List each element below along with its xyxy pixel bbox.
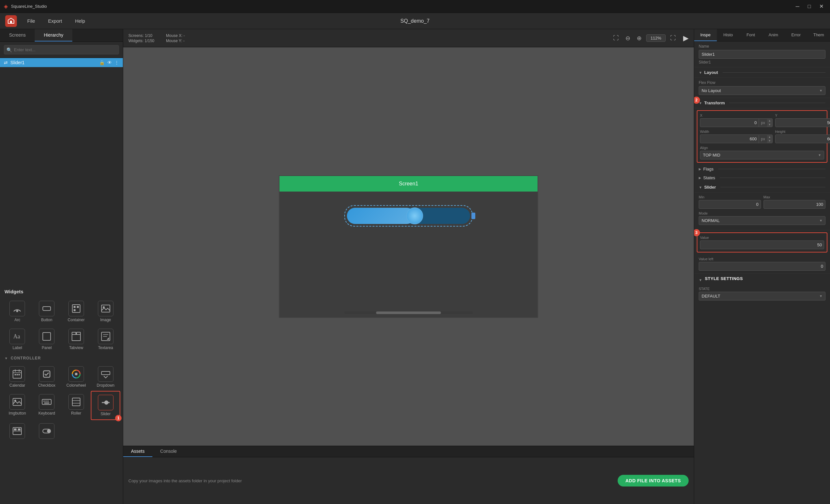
widget-spinbox[interactable] [3, 420, 32, 443]
layout-section-header[interactable]: ▼ Layout [694, 67, 830, 78]
title-bar: ◈ SquareLine_Studio ─ □ ✕ [0, 0, 830, 13]
widget-container[interactable]: Container [62, 298, 91, 326]
x-down-btn[interactable]: ▼ [767, 123, 772, 127]
close-button[interactable]: ✕ [817, 2, 826, 11]
tab-history[interactable]: Histo [717, 29, 739, 41]
canvas-scrollbar[interactable] [344, 311, 473, 314]
height-input[interactable] [775, 135, 830, 143]
min-input[interactable] [699, 200, 761, 208]
slider-thumb[interactable] [406, 207, 423, 224]
tab-font[interactable]: Font [739, 29, 762, 41]
menu-help[interactable]: Help [73, 17, 88, 25]
resize-handle[interactable] [471, 213, 475, 219]
slider-props-header[interactable]: ▼ Slider [694, 182, 830, 193]
y-input-row: px ▲ ▼ [775, 118, 830, 127]
arc-label: Arc [14, 317, 20, 322]
minimize-button[interactable]: ─ [793, 2, 802, 11]
widget-colorwheel[interactable]: Colorwheel [62, 363, 91, 391]
state-dropdown[interactable]: DEFAULT ▼ [699, 292, 826, 300]
name-input[interactable] [699, 50, 826, 59]
value-input[interactable] [700, 241, 824, 249]
x-unit: px [759, 119, 767, 127]
tab-screens[interactable]: Screens [0, 29, 35, 41]
widget-dropdown[interactable]: Dropdown [91, 363, 120, 391]
imgbutton-label: Imgbutton [9, 411, 26, 415]
y-input[interactable] [775, 119, 830, 127]
widget-tabview[interactable]: Tabview [62, 326, 91, 353]
panel-tabs: Screens Hierarchy [0, 29, 123, 42]
width-stepper[interactable]: ▲ ▼ [767, 135, 772, 143]
flags-row[interactable]: ▶ Flags [694, 165, 830, 173]
width-down-btn[interactable]: ▼ [767, 139, 772, 143]
slider-widget-container[interactable] [347, 208, 470, 224]
x-stepper[interactable]: ▲ ▼ [767, 119, 772, 127]
tab-hierarchy[interactable]: Hierarchy [35, 29, 72, 41]
layout-line [723, 72, 826, 73]
menu-file[interactable]: File [25, 17, 38, 25]
flex-flow-dropdown[interactable]: No Layout ▼ [699, 86, 826, 95]
widget-calendar[interactable]: Calendar [3, 363, 32, 391]
widget-roller[interactable]: Roller [62, 391, 91, 420]
mode-dropdown[interactable]: NORMAL ▼ [699, 216, 826, 225]
widget-imgbutton[interactable]: Imgbutton [3, 391, 32, 420]
zoom-out-button[interactable]: ⊖ [624, 33, 632, 43]
tab-error[interactable]: Error [785, 29, 807, 41]
zoom-display[interactable]: 112% [646, 34, 666, 42]
screen-body [280, 192, 538, 308]
screen-name: Screen1 [399, 181, 418, 187]
max-input[interactable] [764, 200, 826, 208]
visibility-icon[interactable]: 👁 [107, 60, 112, 65]
value-left-input[interactable] [699, 262, 825, 270]
more-icon[interactable]: ⋮ [115, 60, 119, 65]
widget-textarea[interactable]: Textarea [91, 326, 120, 353]
bottom-panel: Assets Console Copy your images into the… [123, 446, 694, 504]
widgets-title: Widgets [4, 289, 23, 294]
align-dropdown[interactable]: TOP MID ▼ [700, 151, 824, 160]
zoom-in-button[interactable]: ⊕ [635, 33, 644, 43]
spinbox-icon [9, 423, 25, 439]
tab-assets[interactable]: Assets [123, 446, 152, 457]
search-input[interactable] [4, 45, 119, 55]
max-field-group: Max [764, 195, 826, 209]
screenshot-button[interactable]: ⛶ [611, 33, 621, 43]
transform-section-header[interactable]: ▼ Transform [694, 98, 830, 108]
menu-export[interactable]: Export [45, 17, 65, 25]
widget-keyboard[interactable]: Keyboard [32, 391, 62, 420]
hierarchy-item-slider1[interactable]: ⇄ Slider1 🔒 👁 ⋮ [0, 58, 123, 67]
svg-rect-11 [43, 333, 51, 340]
widget-slider[interactable]: Slider 1 [91, 391, 120, 420]
x-up-btn[interactable]: ▲ [767, 119, 772, 123]
width-up-btn[interactable]: ▲ [767, 135, 772, 139]
add-file-button[interactable]: ADD FILE INTO ASSETS [618, 475, 689, 486]
label-icon: Aa [9, 329, 25, 344]
tab-inspect[interactable]: Inspe [694, 29, 717, 41]
hierarchy-item-label: Slider1 [10, 60, 97, 65]
tab-anim[interactable]: Anim [762, 29, 785, 41]
tab-theme[interactable]: Them [807, 29, 830, 41]
controller-label: CONTROLLER [11, 356, 41, 361]
widget-panel[interactable]: Panel [32, 326, 62, 353]
maximize-button[interactable]: □ [805, 2, 813, 11]
widget-checkbox[interactable]: Checkbox [32, 363, 62, 391]
flags-label: Flags [703, 167, 713, 171]
states-row[interactable]: ▶ States [694, 173, 830, 182]
widget-button[interactable]: Button [32, 298, 62, 326]
x-field-group: X px ▲ ▼ [700, 113, 773, 127]
tab-console[interactable]: Console [152, 446, 185, 457]
widget-arc[interactable]: Arc [3, 298, 32, 326]
slider-track[interactable] [347, 208, 470, 224]
widget-switch[interactable] [32, 420, 62, 443]
width-unit: px [759, 135, 767, 143]
width-input[interactable] [700, 135, 759, 143]
svg-rect-1 [10, 21, 12, 23]
play-button[interactable]: ▶ [683, 34, 689, 42]
lock-icon[interactable]: 🔒 [99, 60, 105, 65]
slider-props-title: Slider [704, 185, 716, 190]
fullscreen-button[interactable]: ⛶ [668, 33, 678, 43]
widget-image[interactable]: Image [91, 298, 120, 326]
width-label: Width [700, 130, 773, 134]
x-input[interactable] [700, 119, 759, 127]
svg-rect-14 [72, 335, 81, 341]
state-dropdown-arrow: ▼ [819, 294, 823, 298]
widget-label[interactable]: Aa Label [3, 326, 32, 353]
